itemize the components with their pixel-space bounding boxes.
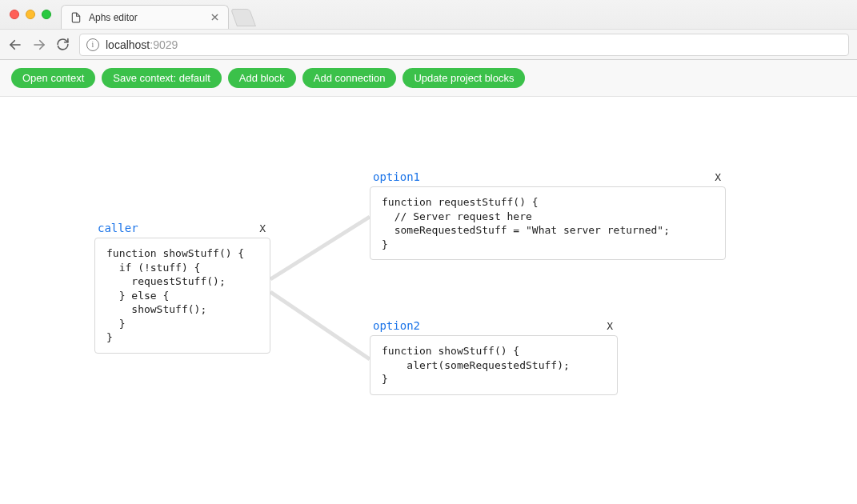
window-controls [10, 10, 51, 19]
block-title: option2 [373, 319, 420, 332]
add-block-button[interactable]: Add block [228, 68, 296, 88]
tab-bar: Aphs editor [0, 0, 857, 29]
block-header: option2 X [370, 319, 618, 335]
editor-canvas[interactable]: caller X function showStuff() { if (!stu… [0, 97, 857, 504]
open-context-button[interactable]: Open context [11, 68, 95, 88]
window-close-button[interactable] [10, 10, 19, 19]
address-bar[interactable]: i localhost:9029 [79, 34, 849, 56]
site-info-icon[interactable]: i [86, 38, 99, 51]
toolbar: Open context Save context: default Add b… [0, 60, 857, 97]
new-tab-button[interactable] [230, 9, 256, 26]
back-button-icon[interactable] [8, 38, 22, 52]
window-maximize-button[interactable] [42, 10, 51, 19]
connection-line [270, 217, 370, 279]
browser-chrome: Aphs editor i [0, 0, 857, 60]
forward-button-icon[interactable] [32, 38, 46, 52]
block-header: option1 X [370, 170, 726, 186]
block-header: caller X [94, 222, 270, 238]
tab-title: Aphs editor [89, 12, 202, 23]
reload-button-icon[interactable] [56, 38, 70, 51]
block-option2[interactable]: option2 X function showStuff() { alert(s… [370, 319, 618, 395]
block-close-button[interactable]: X [605, 320, 615, 332]
block-title: caller [98, 222, 138, 234]
url-text: localhost:9029 [106, 38, 178, 52]
block-title: option1 [373, 170, 420, 183]
url-port: :9029 [150, 38, 178, 51]
block-code: function showStuff() { if (!stuff) { req… [106, 246, 258, 345]
address-bar-row: i localhost:9029 [0, 29, 857, 59]
block-code: function requestStuff() { // Server requ… [382, 195, 714, 251]
browser-tab[interactable]: Aphs editor [61, 5, 229, 29]
save-context-button[interactable]: Save context: default [102, 68, 221, 88]
window-minimize-button[interactable] [26, 10, 35, 19]
block-close-button[interactable]: X [713, 171, 723, 183]
block-body: function requestStuff() { // Server requ… [370, 186, 726, 260]
url-host: localhost [106, 38, 150, 51]
block-option1[interactable]: option1 X function requestStuff() { // S… [370, 170, 726, 260]
block-body: function showStuff() { if (!stuff) { req… [94, 238, 270, 354]
block-body: function showStuff() { alert(someRequest… [370, 335, 618, 395]
connection-line [270, 292, 370, 359]
block-caller[interactable]: caller X function showStuff() { if (!stu… [94, 222, 270, 354]
block-code: function showStuff() { alert(someRequest… [382, 344, 606, 386]
page-favicon-icon [70, 11, 82, 24]
tab-close-icon[interactable] [209, 12, 220, 23]
update-project-blocks-button[interactable]: Update project blocks [402, 68, 525, 88]
add-connection-button[interactable]: Add connection [302, 68, 397, 88]
block-close-button[interactable]: X [258, 222, 267, 234]
